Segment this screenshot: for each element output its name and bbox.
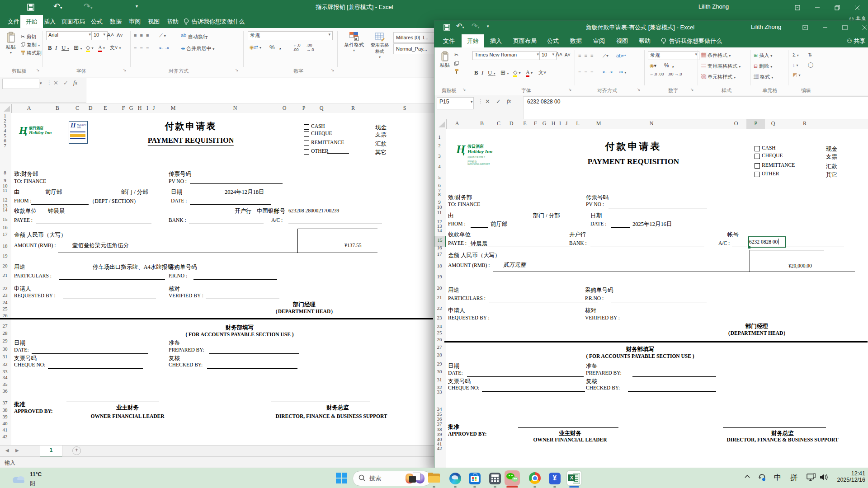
bg-prepared-en: PREPARED BY: <box>169 347 204 352</box>
checkbox-remittance[interactable] <box>755 163 760 169</box>
checkbox-label-remittance: REMITTANCE <box>762 162 795 168</box>
task-view-icon[interactable] <box>409 472 420 484</box>
tv-front <box>409 476 416 483</box>
close-button[interactable] <box>847 0 867 15</box>
bg-status-bar: 输入 <box>0 456 434 468</box>
form-rule-line <box>750 250 824 250</box>
fg-approved-cn: 批准 <box>448 423 459 431</box>
file-explorer-running-indicator <box>433 486 435 488</box>
yuan-finance-icon[interactable]: ¥ <box>549 473 561 484</box>
chrome-icon[interactable] <box>529 472 541 484</box>
fg-owner-en: OWNER FINANCIAL LEADER <box>533 437 607 442</box>
form-rule-line <box>785 247 844 247</box>
tray-volume-icon[interactable] <box>819 473 828 481</box>
bg-verified-cn: 核对 <box>169 285 180 293</box>
fg-amount-value: ¥20,000.00 <box>788 263 812 268</box>
fg-checked-cn: 复核 <box>586 378 597 385</box>
bg-amount-cn: 金额 人民币（大写） <box>14 231 66 239</box>
tray-ime-icon[interactable]: 中 <box>774 473 781 483</box>
form-rule-line <box>190 183 283 184</box>
calculator-icon[interactable] <box>489 473 501 484</box>
fg-cheque-en: CHEQUE NO: <box>448 385 479 390</box>
bg-particulars-en: PARTICULARS : <box>14 273 52 278</box>
checkbox-cheque[interactable] <box>755 154 760 159</box>
fg-form-title-cn: 付款申请表 <box>605 140 662 153</box>
form-rule-line <box>632 376 716 377</box>
user-name[interactable]: Lilith Zhong <box>698 3 729 10</box>
form-rule-line <box>63 299 156 299</box>
bg-particulars-cn: 用途 <box>14 263 25 271</box>
restore-button[interactable] <box>827 0 847 15</box>
fg-amount-en: AMOUNT (RMB) : <box>448 263 490 268</box>
edge-icon[interactable] <box>449 473 461 484</box>
fg-particulars-cn: 用途 <box>448 286 459 294</box>
fe-front <box>428 476 440 483</box>
checkbox-cash[interactable] <box>755 146 760 151</box>
tray-pinyin-icon[interactable]: 拼 <box>790 473 797 483</box>
fg-from-en: FROM : <box>448 221 466 226</box>
form-rule-line <box>209 353 299 354</box>
holiday-inn-logo: Ⱨ 假日酒店 Holiday Inn 洲际酒店集团旗下 郑州机场GZ/CHANG… <box>456 143 497 164</box>
bg-approved-cn: 批准 <box>14 401 25 408</box>
fg-particulars-en: PARTICULARS : <box>448 296 486 301</box>
fg-acct-en: A/C : <box>718 240 730 246</box>
ribbon-options-icon[interactable] <box>788 0 807 15</box>
wechat-icon[interactable] <box>505 470 520 486</box>
add-sheet-icon[interactable]: + <box>72 446 81 455</box>
active-cell-P15[interactable]: 6232 0828 00 <box>748 236 786 248</box>
checkbox-cash[interactable] <box>304 124 309 130</box>
form-rule-line <box>498 321 598 321</box>
minimize-button[interactable] <box>807 0 827 15</box>
bg-date-value: 2024年12月18日 <box>225 188 264 196</box>
form-rule-line <box>732 247 747 247</box>
bg-owner-en: OWNER FINANCIAL LEADER <box>91 413 165 419</box>
bg-status-mode: 输入 <box>5 459 15 467</box>
form-rule-line <box>59 279 165 280</box>
tray-sync-icon[interactable] <box>758 473 767 482</box>
chrome-running-indicator <box>533 486 536 488</box>
sheet-nav-left-icon[interactable]: ◀ <box>5 448 9 453</box>
fg-sheet[interactable]: Ⱨ 假日酒店 Holiday Inn 洲际酒店集团旗下 郑州机场GZ/CHANG… <box>446 129 868 468</box>
fg-excel-window: ↶▾ ↷▾ ▾ 新版付款申请表-有公式 [兼容模式] - Excel Lilit… <box>434 20 868 469</box>
bg-director-cn: 财务总监 <box>326 404 349 412</box>
tray-date: 2025/12/16 <box>831 477 865 483</box>
fg-dept-head-en: （DEPARTMENT HEAD） <box>725 330 788 337</box>
form-rule-line <box>611 227 630 228</box>
form-rule-line <box>48 368 143 369</box>
microsoft-store-icon[interactable] <box>469 473 481 484</box>
bg-dept-cn: 部门 / 分部 <box>121 188 148 196</box>
bg-sheet[interactable]: Ⱨ 假日酒店 Holiday Inn H HOLIDAYINN 付款申请表 PA… <box>11 113 434 445</box>
file-explorer-icon[interactable] <box>428 473 440 483</box>
form-rule-line <box>609 208 707 208</box>
checkbox-remittance[interactable] <box>304 141 309 146</box>
other-underline <box>778 176 800 176</box>
bg-dept-head-cn: 部门经理 <box>293 301 316 309</box>
bg-from-en: FROM : <box>14 198 32 203</box>
fg-director-cn: 财务总监 <box>771 430 794 437</box>
bg-checked-cn: 复核 <box>169 355 180 362</box>
fg-bank-cn: 开户行 <box>569 231 586 239</box>
fg-dept-value: 前厅部 <box>491 221 508 228</box>
bg-fin-cn: 财务部填写 <box>226 324 254 332</box>
tray-clock[interactable]: 12:41 2025/12/16 <box>831 470 865 483</box>
fg-to-cn: 致:财务部 <box>448 194 472 202</box>
bg-owner-cn: 业主财务 <box>116 404 139 412</box>
fg-requested-cn: 申请人 <box>448 307 465 314</box>
checkbox-other[interactable] <box>304 149 309 155</box>
bg-approved-en: APPROVED BY: <box>14 408 53 414</box>
checkbox-label-cn-1: 支票 <box>826 153 837 161</box>
sheet-nav-right-icon[interactable]: ▶ <box>15 448 19 453</box>
fg-form-title-en: PAYMENT REQUISITION <box>588 157 679 167</box>
edge-swirl <box>452 475 458 479</box>
checkbox-cheque[interactable] <box>304 131 309 137</box>
checkbox-label-cn-2: 汇款 <box>375 140 387 148</box>
tray-network-icon[interactable] <box>807 473 816 482</box>
form-rule-line <box>288 224 382 224</box>
bg-sheet-tab[interactable]: 1 <box>40 446 62 457</box>
form-rule-line <box>467 376 584 377</box>
tray-hidden-icons-chevron[interactable] <box>744 474 750 480</box>
bg-date-cn: 日期 <box>171 188 182 196</box>
excel-icon[interactable]: X <box>567 471 581 485</box>
wc-eye3 <box>514 478 515 479</box>
checkbox-other[interactable] <box>755 172 760 177</box>
